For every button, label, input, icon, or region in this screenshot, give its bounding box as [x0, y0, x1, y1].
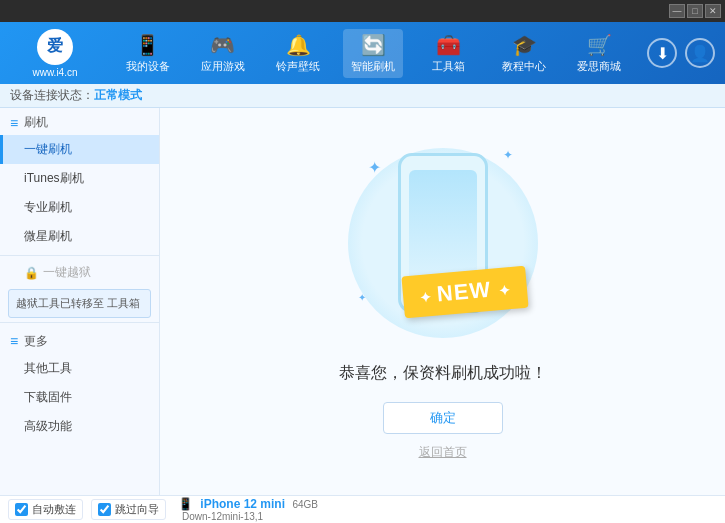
- header: 爱 www.i4.cn 📱 我的设备 🎮 应用游戏 🔔 铃声壁纸 🔄 智能刷机 …: [0, 22, 725, 84]
- sidebar-other-tools-label: 其他工具: [24, 361, 72, 375]
- sidebar-item-download-firmware[interactable]: 下载固件: [0, 383, 159, 412]
- title-bar: — □ ✕: [0, 0, 725, 22]
- sidebar-jailbreak-info: 越狱工具已转移至 工具箱: [8, 289, 151, 318]
- sidebar-flash-icon: ≡: [10, 115, 18, 131]
- auto-connect-label: 自动敷连: [32, 502, 76, 517]
- confirm-button[interactable]: 确定: [383, 402, 503, 434]
- nav-apps-icon: 🎮: [210, 33, 235, 57]
- sidebar-flash-title: 刷机: [24, 114, 48, 131]
- sidebar-item-itunes-flash[interactable]: iTunes刷机: [0, 164, 159, 193]
- nav-device-icon: 📱: [135, 33, 160, 57]
- nav-tutorial[interactable]: 🎓 教程中心: [494, 29, 554, 78]
- sidebar-more-icon: ≡: [10, 333, 18, 349]
- device-firmware: Down-12mini-13,1: [182, 511, 318, 522]
- sidebar-pro-label: 专业刷机: [24, 200, 72, 214]
- skip-wizard-label: 跳过向导: [115, 502, 159, 517]
- auto-connect-checkbox[interactable]: [15, 503, 28, 516]
- nav-ringtone-icon: 🔔: [286, 33, 311, 57]
- skip-wizard-checkbox[interactable]: [98, 503, 111, 516]
- sparkle-icon-2: ✦: [503, 148, 513, 162]
- sparkle-icon-3: ✦: [358, 292, 366, 303]
- sidebar-section-flash: ≡ 刷机: [0, 108, 159, 135]
- nav-device-label: 我的设备: [126, 59, 170, 74]
- sidebar-item-pro-flash[interactable]: 专业刷机: [0, 193, 159, 222]
- nav-shop[interactable]: 🛒 爱思商城: [569, 29, 629, 78]
- sidebar: ≡ 刷机 一键刷机 iTunes刷机 专业刷机 微星刷机 🔒 一键越狱 越狱工具…: [0, 108, 160, 495]
- sidebar-jailbreak-title: 一键越狱: [43, 264, 91, 281]
- sidebar-item-advanced[interactable]: 高级功能: [0, 412, 159, 441]
- nav-apps-label: 应用游戏: [201, 59, 245, 74]
- nav-tools-label: 工具箱: [432, 59, 465, 74]
- nav-tutorial-icon: 🎓: [512, 33, 537, 57]
- nav-shop-label: 爱思商城: [577, 59, 621, 74]
- nav-shop-icon: 🛒: [587, 33, 612, 57]
- success-message: 恭喜您，保资料刷机成功啦！: [339, 363, 547, 384]
- nav-my-device[interactable]: 📱 我的设备: [118, 29, 178, 78]
- device-info: 📱 iPhone 12 mini 64GB Down-12mini-13,1: [178, 497, 318, 522]
- skip-wizard-area: 跳过向导: [91, 499, 166, 520]
- maximize-btn[interactable]: □: [687, 4, 703, 18]
- status-bar: 设备连接状态： 正常模式: [0, 84, 725, 108]
- auto-connect-area: 自动敷连: [8, 499, 83, 520]
- logo-icon: 爱: [37, 29, 73, 65]
- nav-tools[interactable]: 🧰 工具箱: [419, 29, 479, 78]
- sidebar-more-title: 更多: [24, 333, 48, 350]
- sidebar-item-onekey-flash[interactable]: 一键刷机: [0, 135, 159, 164]
- sidebar-divider-1: [0, 255, 159, 256]
- close-btn[interactable]: ✕: [705, 4, 721, 18]
- nav-ringtone-label: 铃声壁纸: [276, 59, 320, 74]
- user-button[interactable]: 👤: [685, 38, 715, 68]
- sidebar-section-jailbreak: 🔒 一键越狱: [0, 260, 159, 285]
- nav-flash-label: 智能刷机: [351, 59, 395, 74]
- sidebar-section-more: ≡ 更多: [0, 327, 159, 354]
- nav-tools-icon: 🧰: [436, 33, 461, 57]
- download-button[interactable]: ⬇: [647, 38, 677, 68]
- device-storage: 64GB: [292, 499, 318, 510]
- nav-flash-icon: 🔄: [361, 33, 386, 57]
- device-name: iPhone 12 mini: [200, 497, 285, 511]
- logo-text: www.i4.cn: [32, 67, 77, 78]
- back-link[interactable]: 返回首页: [419, 444, 467, 461]
- sidebar-divider-2: [0, 322, 159, 323]
- sidebar-item-other-tools[interactable]: 其他工具: [0, 354, 159, 383]
- logo: 爱 www.i4.cn: [10, 29, 100, 78]
- sidebar-micro-label: 微星刷机: [24, 229, 72, 243]
- nav-apps[interactable]: 🎮 应用游戏: [193, 29, 253, 78]
- sidebar-download-firmware-label: 下载固件: [24, 390, 72, 404]
- sidebar-item-micro-flash[interactable]: 微星刷机: [0, 222, 159, 251]
- nav-tutorial-label: 教程中心: [502, 59, 546, 74]
- lock-icon: 🔒: [24, 266, 39, 280]
- content-area: ✦ ✦ ✦ NEW 恭喜您，保资料刷机成功啦！ 确定 返回首页: [160, 108, 725, 495]
- bottom-bar: 自动敷连 跳过向导 📱 iPhone 12 mini 64GB Down-12m…: [0, 495, 725, 523]
- header-right-buttons: ⬇ 👤: [647, 38, 715, 68]
- status-label: 设备连接状态：: [10, 87, 94, 104]
- nav-bar: 📱 我的设备 🎮 应用游戏 🔔 铃声壁纸 🔄 智能刷机 🧰 工具箱 🎓 教程中心…: [110, 29, 637, 78]
- status-value: 正常模式: [94, 87, 142, 104]
- success-illustration: ✦ ✦ ✦ NEW: [343, 143, 543, 343]
- sparkle-icon-1: ✦: [368, 158, 381, 177]
- sidebar-itunes-label: iTunes刷机: [24, 171, 84, 185]
- nav-flash[interactable]: 🔄 智能刷机: [343, 29, 403, 78]
- sidebar-jailbreak-info-text: 越狱工具已转移至 工具箱: [16, 297, 140, 309]
- sidebar-onekey-label: 一键刷机: [24, 142, 72, 156]
- device-icon: 📱: [178, 497, 193, 511]
- minimize-btn[interactable]: —: [669, 4, 685, 18]
- main-layout: ≡ 刷机 一键刷机 iTunes刷机 专业刷机 微星刷机 🔒 一键越狱 越狱工具…: [0, 108, 725, 495]
- sidebar-advanced-label: 高级功能: [24, 419, 72, 433]
- nav-ringtone[interactable]: 🔔 铃声壁纸: [268, 29, 328, 78]
- new-badge-text: NEW: [436, 276, 492, 306]
